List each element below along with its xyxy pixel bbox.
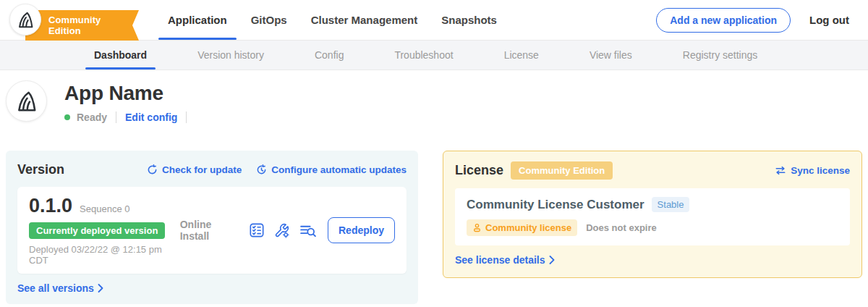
license-customer-row: Community License Customer Stable xyxy=(467,197,838,212)
install-type-label: Online Install xyxy=(180,219,238,242)
license-card-header: License Community Edition Sync license xyxy=(455,161,850,180)
tab-gitops[interactable]: GitOps xyxy=(251,0,287,40)
app-subnav: Dashboard Version history Config Trouble… xyxy=(0,40,868,70)
app-header-text: App Name Ready Edit config xyxy=(64,80,189,123)
version-actions: Online Install xyxy=(180,217,395,243)
page-title: App Name xyxy=(64,80,189,105)
version-card-header: Version Check for update Configure au xyxy=(17,162,407,177)
primary-nav: Application GitOps Cluster Management Sn… xyxy=(168,0,497,40)
refresh-icon xyxy=(147,164,158,175)
chevron-right-icon xyxy=(98,284,103,293)
version-card: Version Check for update Configure au xyxy=(6,151,418,304)
license-panel: Community License Customer Stable Commun… xyxy=(455,188,850,245)
chevron-right-icon xyxy=(549,256,555,264)
license-header-links: Sync license xyxy=(775,165,850,176)
app-header: App Name Ready Edit config xyxy=(0,70,868,123)
add-new-application-button[interactable]: Add a new application xyxy=(656,8,791,33)
tab-cluster-management[interactable]: Cluster Management xyxy=(311,0,418,40)
status-text: Ready xyxy=(77,112,107,123)
current-version-panel: 0.1.0 Sequence 0 Currently deployed vers… xyxy=(17,187,407,274)
license-type-badge: Community license xyxy=(467,219,577,236)
version-number: 0.1.0 xyxy=(29,195,72,217)
clock-refresh-icon xyxy=(256,164,267,175)
preflight-checklist-icon[interactable] xyxy=(250,223,264,237)
divider xyxy=(186,112,187,123)
subtab-troubleshoot[interactable]: Troubleshoot xyxy=(394,41,453,70)
status-dot xyxy=(64,114,70,120)
replicated-mark-icon xyxy=(16,10,35,30)
version-number-row: 0.1.0 Sequence 0 xyxy=(29,195,180,217)
customer-name: Community License Customer xyxy=(467,198,644,212)
see-license-details-link[interactable]: See license details xyxy=(455,254,555,266)
app-logo-icon xyxy=(14,89,39,114)
brand: Community Edition xyxy=(0,0,139,40)
topnav-right: Add a new application Log out xyxy=(656,8,849,33)
license-expiry: Does not expire xyxy=(586,222,657,233)
version-header-links: Check for update Configure automatic upd… xyxy=(147,164,407,175)
subtab-dashboard[interactable]: Dashboard xyxy=(94,41,147,70)
license-title: License xyxy=(455,163,503,178)
person-icon xyxy=(472,223,482,232)
deployed-badge: Currently deployed version xyxy=(29,222,165,239)
file-search-icon[interactable] xyxy=(299,224,316,237)
edit-config-link[interactable]: Edit config xyxy=(125,112,177,123)
subtab-config[interactable]: Config xyxy=(315,41,344,70)
app-avatar xyxy=(6,80,47,122)
wrench-gear-icon[interactable] xyxy=(274,223,289,238)
license-type-row: Community license Does not expire xyxy=(467,219,838,236)
tab-snapshots[interactable]: Snapshots xyxy=(441,0,497,40)
redeploy-button[interactable]: Redeploy xyxy=(328,217,395,243)
logout-link[interactable]: Log out xyxy=(809,14,849,26)
tab-application[interactable]: Application xyxy=(168,0,227,40)
channel-badge: Stable xyxy=(652,197,690,212)
divider xyxy=(116,112,116,123)
check-for-update-link[interactable]: Check for update xyxy=(147,164,242,175)
sync-arrows-icon xyxy=(775,166,786,175)
deployed-timestamp: Deployed 03/22/22 @ 12:15 pm CDT xyxy=(29,244,180,266)
app-status-row: Ready Edit config xyxy=(64,112,189,123)
dashboard-cards: Version Check for update Configure au xyxy=(0,151,868,304)
configure-automatic-updates-link[interactable]: Configure automatic updates xyxy=(256,164,407,175)
subtab-registry-settings[interactable]: Registry settings xyxy=(683,41,757,70)
sync-license-link[interactable]: Sync license xyxy=(775,165,850,176)
subtab-view-files[interactable]: View files xyxy=(590,41,632,70)
version-sequence: Sequence 0 xyxy=(80,203,129,214)
version-info: 0.1.0 Sequence 0 Currently deployed vers… xyxy=(29,195,180,266)
subtab-version-history[interactable]: Version history xyxy=(197,41,264,70)
license-edition-badge: Community Edition xyxy=(511,161,613,180)
subtab-license[interactable]: License xyxy=(504,41,539,70)
top-navbar: Community Edition Application GitOps Clu… xyxy=(0,0,868,40)
license-card: License Community Edition Sync license C… xyxy=(443,151,862,278)
see-all-versions-link[interactable]: See all versions xyxy=(17,282,103,294)
replicated-logo[interactable] xyxy=(9,4,41,35)
community-edition-ribbon: Community Edition xyxy=(25,10,139,41)
version-title: Version xyxy=(17,162,64,177)
